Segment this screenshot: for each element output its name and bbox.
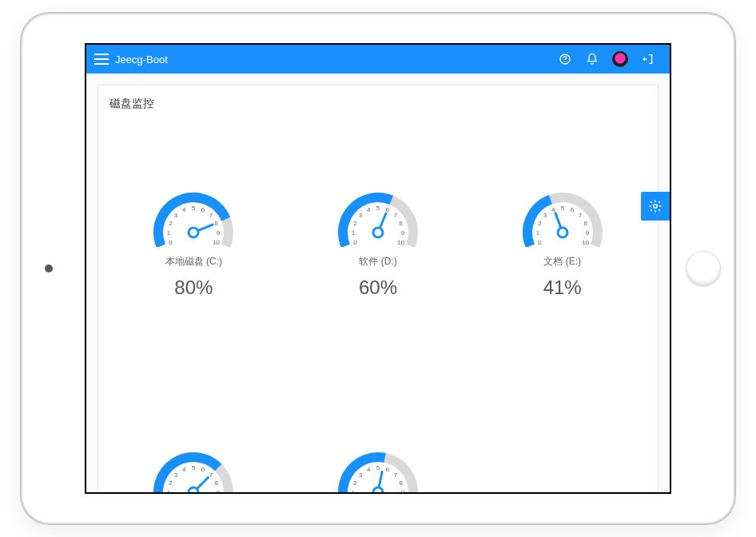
avatar[interactable] <box>612 51 628 67</box>
menu-icon[interactable] <box>94 54 109 65</box>
svg-text:2: 2 <box>169 479 173 487</box>
svg-text:6: 6 <box>570 206 574 213</box>
svg-text:4: 4 <box>367 206 371 213</box>
svg-text:7: 7 <box>209 471 213 479</box>
page-title: 磁盘监控 <box>109 97 647 111</box>
tablet-frame: Jeecg-Boot 磁盘监控 012345678910本地磁盘 (C:)80%… <box>22 14 734 523</box>
svg-text:0: 0 <box>169 239 173 246</box>
gauge-2: 012345678910文档 (E:)41% <box>478 175 647 299</box>
bell-icon[interactable] <box>585 52 599 66</box>
gauge-label: 文档 (E:) <box>543 255 581 268</box>
svg-text:7: 7 <box>394 212 398 219</box>
settings-fab[interactable] <box>641 192 670 221</box>
svg-text:8: 8 <box>583 220 587 227</box>
app-brand: Jeecg-Boot <box>115 54 168 66</box>
svg-point-53 <box>189 487 198 492</box>
svg-text:2: 2 <box>538 220 542 227</box>
svg-text:1: 1 <box>535 229 539 237</box>
svg-text:2: 2 <box>353 479 357 487</box>
svg-text:3: 3 <box>174 212 178 219</box>
svg-text:9: 9 <box>401 229 405 237</box>
svg-text:6: 6 <box>201 466 205 473</box>
svg-text:3: 3 <box>359 212 363 219</box>
svg-text:9: 9 <box>585 229 589 237</box>
svg-text:8: 8 <box>215 479 219 487</box>
svg-text:6: 6 <box>201 206 205 213</box>
gauge-3: 012345678910 <box>109 435 278 492</box>
svg-text:8: 8 <box>399 479 403 487</box>
svg-text:9: 9 <box>401 489 405 492</box>
svg-text:9: 9 <box>217 229 221 237</box>
svg-text:1: 1 <box>352 229 356 237</box>
gauge-value: 80% <box>174 276 213 299</box>
svg-text:3: 3 <box>359 471 363 479</box>
gauge-label: 软件 (D:) <box>359 255 396 268</box>
svg-point-67 <box>654 205 658 209</box>
svg-point-14 <box>189 228 198 237</box>
svg-point-66 <box>373 487 383 492</box>
svg-text:5: 5 <box>192 205 196 212</box>
gear-icon <box>648 199 662 213</box>
svg-text:4: 4 <box>367 466 371 473</box>
svg-text:5: 5 <box>376 464 380 471</box>
svg-text:10: 10 <box>213 239 221 246</box>
svg-text:10: 10 <box>582 239 589 246</box>
svg-text:3: 3 <box>174 471 178 479</box>
svg-point-27 <box>373 228 383 237</box>
gauge-value: 60% <box>359 276 397 299</box>
svg-text:7: 7 <box>394 471 398 479</box>
disk-monitor-card: 磁盘监控 012345678910本地磁盘 (C:)80%01234567891… <box>97 85 659 492</box>
gauge-label: 本地磁盘 (C:) <box>165 255 222 268</box>
svg-text:5: 5 <box>560 205 564 212</box>
svg-text:2: 2 <box>353 220 357 227</box>
help-icon[interactable] <box>558 52 572 66</box>
svg-point-40 <box>558 228 567 237</box>
svg-text:7: 7 <box>209 212 213 219</box>
svg-text:8: 8 <box>215 220 219 227</box>
svg-text:4: 4 <box>182 466 186 473</box>
svg-text:4: 4 <box>182 206 186 213</box>
svg-text:6: 6 <box>386 466 390 473</box>
svg-point-1 <box>564 62 565 62</box>
gauge-1: 012345678910软件 (D:)60% <box>294 175 463 299</box>
svg-text:7: 7 <box>578 212 582 219</box>
svg-text:5: 5 <box>376 205 380 212</box>
svg-text:8: 8 <box>399 220 403 227</box>
gauge-4: 012345678910 <box>294 435 463 492</box>
camera-dot <box>45 265 53 272</box>
app-screen: Jeecg-Boot 磁盘监控 012345678910本地磁盘 (C:)80%… <box>85 43 671 494</box>
svg-text:5: 5 <box>192 464 196 471</box>
top-bar: Jeecg-Boot <box>86 45 670 74</box>
gauge-0: 012345678910本地磁盘 (C:)80% <box>109 175 278 299</box>
svg-text:2: 2 <box>169 220 173 227</box>
svg-text:10: 10 <box>397 239 404 246</box>
svg-text:0: 0 <box>353 239 357 246</box>
home-button[interactable] <box>686 251 721 286</box>
svg-text:0: 0 <box>538 239 542 246</box>
svg-text:9: 9 <box>217 489 221 492</box>
page-body: 磁盘监控 012345678910本地磁盘 (C:)80%01234567891… <box>86 74 670 492</box>
logout-icon[interactable] <box>641 52 655 66</box>
svg-text:1: 1 <box>167 489 171 492</box>
gauge-value: 41% <box>543 276 582 299</box>
svg-text:1: 1 <box>352 489 356 492</box>
svg-text:3: 3 <box>543 212 547 219</box>
svg-text:1: 1 <box>167 229 171 237</box>
